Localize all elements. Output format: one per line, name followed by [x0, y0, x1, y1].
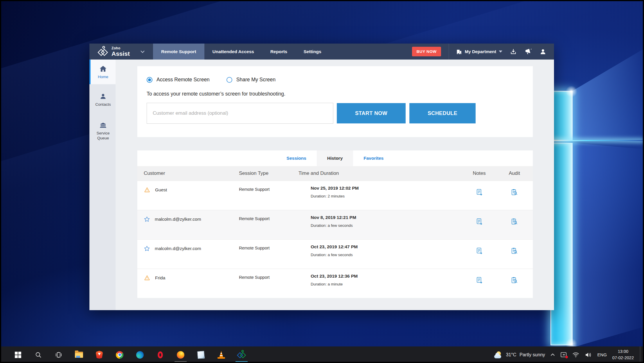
col-audit: Audit	[496, 170, 533, 176]
zoho-assist-window: Zoho Assist Remote Support Unattended Ac…	[89, 44, 554, 310]
table-body: Guest Remote Support Nov 25, 2019 12:02 …	[137, 181, 533, 298]
language-indicator[interactable]: ENG	[597, 352, 607, 357]
screen: Zoho Assist Remote Support Unattended Ac…	[0, 0, 644, 363]
audit-icon[interactable]	[511, 247, 518, 255]
favorite-star-icon[interactable]	[144, 245, 150, 252]
add-note-icon[interactable]	[476, 276, 483, 284]
session-time-cell: Nov 8, 2019 12:21 PM Duration: a few sec…	[297, 210, 463, 239]
system-tray: 31°C Partly sunny	[494, 346, 642, 363]
firefox-icon	[177, 351, 184, 359]
show-desktop-button[interactable]	[640, 346, 642, 363]
add-note-icon[interactable]	[476, 188, 483, 196]
brand-name: Zoho Assist	[111, 46, 130, 57]
col-session-type: Session Type	[239, 170, 297, 176]
start-session-form: START NOW SCHEDULE	[147, 103, 533, 124]
vlc-button[interactable]	[214, 346, 228, 363]
session-datetime: Oct 23, 2019 12:36 PM	[311, 274, 463, 279]
audit-icon[interactable]	[511, 188, 518, 196]
tab-history[interactable]: History	[317, 150, 353, 166]
zoho-assist-taskbar-button[interactable]	[235, 346, 249, 363]
start-button[interactable]	[11, 346, 25, 363]
firefox-browser-button[interactable]	[174, 346, 188, 363]
audit-icon[interactable]	[511, 276, 518, 284]
taskbar-search-button[interactable]	[31, 346, 45, 363]
schedule-button[interactable]: SCHEDULE	[409, 103, 476, 123]
chrome-icon	[116, 351, 123, 359]
tab-sessions[interactable]: Sessions	[276, 150, 317, 166]
notification-badge	[565, 356, 568, 358]
opera-icon	[158, 351, 163, 358]
notepad-button[interactable]	[194, 346, 208, 363]
app-navbar: Zoho Assist Remote Support Unattended Ac…	[89, 44, 554, 60]
radio-unselected-icon[interactable]	[226, 77, 232, 83]
session-datetime: Oct 23, 2019 12:47 PM	[311, 244, 463, 249]
weather-temperature: 31°C	[506, 352, 517, 357]
edge-icon	[136, 351, 144, 359]
table-row: Guest Remote Support Nov 25, 2019 12:02 …	[137, 181, 533, 210]
radio-selected-icon[interactable]	[147, 77, 152, 83]
home-icon	[91, 65, 115, 72]
edge-browser-button[interactable]	[133, 346, 147, 363]
tray-date: 07-02-2022	[612, 355, 634, 361]
audit-icon[interactable]	[511, 218, 518, 225]
tab-favorites[interactable]: Favorites	[353, 150, 394, 166]
session-type: Remote Support	[239, 210, 297, 239]
volume-icon[interactable]	[585, 352, 592, 358]
start-now-button[interactable]: START NOW	[337, 103, 406, 123]
tab-settings[interactable]: Settings	[295, 44, 329, 60]
tray-clock[interactable]: 13:00 07-02-2022	[612, 348, 634, 361]
buy-now-button[interactable]: BUY NOW	[412, 47, 441, 56]
weather-partly-sunny-icon	[494, 351, 503, 358]
brave-icon	[96, 351, 103, 359]
chevron-down-icon[interactable]	[140, 50, 145, 53]
tab-remote-support[interactable]: Remote Support	[153, 44, 204, 60]
department-selector[interactable]: My Department	[456, 48, 502, 55]
customer-email-input[interactable]	[147, 103, 333, 124]
table-row: malcolm.d@zylker.com Remote Support Nov …	[137, 210, 533, 239]
weather-widget[interactable]: 31°C Partly sunny	[494, 351, 545, 358]
task-view-button[interactable]	[52, 346, 66, 363]
windows-taskbar: 31°C Partly sunny	[0, 346, 644, 363]
history-tabs: Sessions History Favorites	[137, 150, 533, 166]
windows-logo-icon	[15, 352, 21, 358]
sidebar-item-home[interactable]: Home	[89, 60, 116, 84]
session-duration: Duration: a minute	[311, 282, 463, 286]
zoho-assist-app-icon	[237, 350, 246, 360]
sidebar-item-contacts[interactable]: Contacts	[89, 88, 116, 111]
session-datetime: Nov 8, 2019 12:21 PM	[311, 215, 463, 220]
chrome-browser-button[interactable]	[113, 346, 127, 363]
tray-chevron-up-icon[interactable]	[551, 353, 555, 356]
col-time-duration: Time and Duration	[297, 170, 463, 176]
sessions-history-panel: Sessions History Favorites Customer Sess…	[137, 150, 533, 296]
account-icon[interactable]	[539, 48, 546, 55]
customer-name: Guest	[155, 187, 167, 193]
add-note-icon[interactable]	[476, 247, 483, 255]
col-notes: Notes	[463, 170, 496, 176]
session-duration: Duration: a few seconds	[311, 253, 463, 257]
session-duration: Duration: a few seconds	[311, 223, 463, 228]
action-center-icon[interactable]	[560, 352, 567, 358]
radio-access-remote-screen[interactable]: Access Remote Screen	[147, 77, 210, 83]
sidebar-item-service-queue[interactable]: Service Queue	[89, 117, 116, 144]
app-sidebar: Home Contacts	[89, 60, 116, 310]
app-switcher[interactable]: Zoho Assist	[89, 46, 151, 57]
download-icon[interactable]	[510, 48, 517, 55]
col-customer: Customer	[137, 170, 239, 176]
opera-browser-button[interactable]	[153, 346, 167, 363]
add-note-icon[interactable]	[476, 218, 483, 225]
remote-session-panel: Access Remote Screen Share My Screen To …	[137, 66, 533, 137]
wallpaper-sparkle	[566, 86, 577, 97]
brave-browser-button[interactable]	[92, 346, 106, 363]
app-main-content: Access Remote Screen Share My Screen To …	[116, 60, 554, 310]
announcements-megaphone-icon[interactable]	[524, 48, 532, 55]
wifi-icon[interactable]	[572, 352, 579, 357]
file-explorer-button[interactable]	[72, 346, 86, 363]
tab-unattended-access[interactable]: Unattended Access	[204, 44, 262, 60]
warning-icon	[144, 275, 150, 281]
sidebar-item-label: Home	[91, 75, 115, 80]
navbar-right-cluster: BUY NOW My Department	[412, 44, 554, 60]
radio-share-my-screen[interactable]: Share My Screen	[226, 77, 276, 83]
favorite-star-icon[interactable]	[144, 216, 150, 222]
department-name: My Department	[465, 49, 496, 54]
tab-reports[interactable]: Reports	[262, 44, 296, 60]
